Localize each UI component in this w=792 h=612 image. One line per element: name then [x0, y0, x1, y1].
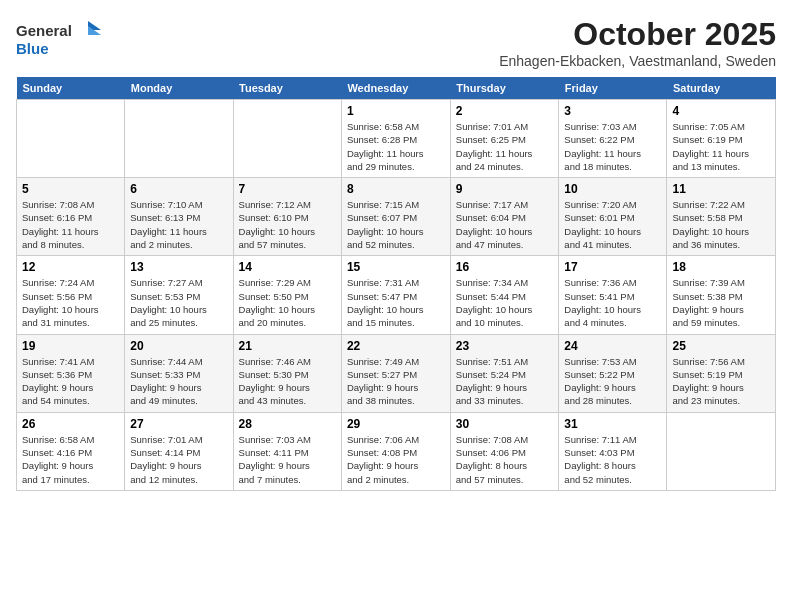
day-info: Sunrise: 7:08 AM Sunset: 6:16 PM Dayligh…	[22, 198, 119, 251]
calendar-cell: 26Sunrise: 6:58 AM Sunset: 4:16 PM Dayli…	[17, 412, 125, 490]
calendar-header-row: SundayMondayTuesdayWednesdayThursdayFrid…	[17, 77, 776, 100]
day-number: 26	[22, 417, 119, 431]
calendar-cell: 16Sunrise: 7:34 AM Sunset: 5:44 PM Dayli…	[450, 256, 559, 334]
calendar-cell: 13Sunrise: 7:27 AM Sunset: 5:53 PM Dayli…	[125, 256, 233, 334]
calendar-cell: 8Sunrise: 7:15 AM Sunset: 6:07 PM Daylig…	[341, 178, 450, 256]
day-number: 14	[239, 260, 336, 274]
day-number: 11	[672, 182, 770, 196]
day-info: Sunrise: 7:31 AM Sunset: 5:47 PM Dayligh…	[347, 276, 445, 329]
day-info: Sunrise: 7:03 AM Sunset: 4:11 PM Dayligh…	[239, 433, 336, 486]
day-info: Sunrise: 7:27 AM Sunset: 5:53 PM Dayligh…	[130, 276, 227, 329]
location-title: Enhagen-Ekbacken, Vaestmanland, Sweden	[499, 53, 776, 69]
day-number: 22	[347, 339, 445, 353]
day-number: 30	[456, 417, 554, 431]
day-number: 24	[564, 339, 661, 353]
day-info: Sunrise: 6:58 AM Sunset: 4:16 PM Dayligh…	[22, 433, 119, 486]
day-number: 20	[130, 339, 227, 353]
calendar-cell: 1Sunrise: 6:58 AM Sunset: 6:28 PM Daylig…	[341, 100, 450, 178]
calendar-cell: 3Sunrise: 7:03 AM Sunset: 6:22 PM Daylig…	[559, 100, 667, 178]
day-info: Sunrise: 7:01 AM Sunset: 6:25 PM Dayligh…	[456, 120, 554, 173]
day-number: 2	[456, 104, 554, 118]
day-number: 3	[564, 104, 661, 118]
column-header-friday: Friday	[559, 77, 667, 100]
calendar-cell: 23Sunrise: 7:51 AM Sunset: 5:24 PM Dayli…	[450, 334, 559, 412]
day-number: 28	[239, 417, 336, 431]
day-number: 16	[456, 260, 554, 274]
day-number: 29	[347, 417, 445, 431]
day-info: Sunrise: 7:20 AM Sunset: 6:01 PM Dayligh…	[564, 198, 661, 251]
day-number: 1	[347, 104, 445, 118]
day-number: 4	[672, 104, 770, 118]
calendar-cell: 12Sunrise: 7:24 AM Sunset: 5:56 PM Dayli…	[17, 256, 125, 334]
calendar-cell: 6Sunrise: 7:10 AM Sunset: 6:13 PM Daylig…	[125, 178, 233, 256]
column-header-monday: Monday	[125, 77, 233, 100]
title-block: October 2025 Enhagen-Ekbacken, Vaestmanl…	[499, 16, 776, 69]
calendar-table: SundayMondayTuesdayWednesdayThursdayFrid…	[16, 77, 776, 491]
day-number: 15	[347, 260, 445, 274]
day-number: 19	[22, 339, 119, 353]
day-number: 6	[130, 182, 227, 196]
calendar-cell: 21Sunrise: 7:46 AM Sunset: 5:30 PM Dayli…	[233, 334, 341, 412]
calendar-cell: 31Sunrise: 7:11 AM Sunset: 4:03 PM Dayli…	[559, 412, 667, 490]
calendar-week-4: 19Sunrise: 7:41 AM Sunset: 5:36 PM Dayli…	[17, 334, 776, 412]
day-info: Sunrise: 7:11 AM Sunset: 4:03 PM Dayligh…	[564, 433, 661, 486]
day-info: Sunrise: 7:53 AM Sunset: 5:22 PM Dayligh…	[564, 355, 661, 408]
calendar-cell: 30Sunrise: 7:08 AM Sunset: 4:06 PM Dayli…	[450, 412, 559, 490]
day-info: Sunrise: 6:58 AM Sunset: 6:28 PM Dayligh…	[347, 120, 445, 173]
svg-text:Blue: Blue	[16, 40, 49, 57]
day-info: Sunrise: 7:24 AM Sunset: 5:56 PM Dayligh…	[22, 276, 119, 329]
day-number: 27	[130, 417, 227, 431]
day-number: 9	[456, 182, 554, 196]
calendar-cell	[17, 100, 125, 178]
day-number: 25	[672, 339, 770, 353]
calendar-cell: 19Sunrise: 7:41 AM Sunset: 5:36 PM Dayli…	[17, 334, 125, 412]
month-title: October 2025	[499, 16, 776, 53]
calendar-cell	[667, 412, 776, 490]
day-number: 7	[239, 182, 336, 196]
calendar-cell: 25Sunrise: 7:56 AM Sunset: 5:19 PM Dayli…	[667, 334, 776, 412]
day-info: Sunrise: 7:08 AM Sunset: 4:06 PM Dayligh…	[456, 433, 554, 486]
calendar-cell: 2Sunrise: 7:01 AM Sunset: 6:25 PM Daylig…	[450, 100, 559, 178]
calendar-cell: 5Sunrise: 7:08 AM Sunset: 6:16 PM Daylig…	[17, 178, 125, 256]
day-info: Sunrise: 7:39 AM Sunset: 5:38 PM Dayligh…	[672, 276, 770, 329]
calendar-cell: 29Sunrise: 7:06 AM Sunset: 4:08 PM Dayli…	[341, 412, 450, 490]
calendar-cell: 20Sunrise: 7:44 AM Sunset: 5:33 PM Dayli…	[125, 334, 233, 412]
day-info: Sunrise: 7:46 AM Sunset: 5:30 PM Dayligh…	[239, 355, 336, 408]
day-info: Sunrise: 7:51 AM Sunset: 5:24 PM Dayligh…	[456, 355, 554, 408]
day-info: Sunrise: 7:01 AM Sunset: 4:14 PM Dayligh…	[130, 433, 227, 486]
day-info: Sunrise: 7:12 AM Sunset: 6:10 PM Dayligh…	[239, 198, 336, 251]
calendar-cell: 9Sunrise: 7:17 AM Sunset: 6:04 PM Daylig…	[450, 178, 559, 256]
calendar-cell: 28Sunrise: 7:03 AM Sunset: 4:11 PM Dayli…	[233, 412, 341, 490]
calendar-cell: 11Sunrise: 7:22 AM Sunset: 5:58 PM Dayli…	[667, 178, 776, 256]
calendar-cell	[233, 100, 341, 178]
calendar-week-2: 5Sunrise: 7:08 AM Sunset: 6:16 PM Daylig…	[17, 178, 776, 256]
logo-block: General Blue	[16, 16, 106, 65]
calendar-cell: 14Sunrise: 7:29 AM Sunset: 5:50 PM Dayli…	[233, 256, 341, 334]
calendar-week-3: 12Sunrise: 7:24 AM Sunset: 5:56 PM Dayli…	[17, 256, 776, 334]
column-header-wednesday: Wednesday	[341, 77, 450, 100]
calendar-cell: 10Sunrise: 7:20 AM Sunset: 6:01 PM Dayli…	[559, 178, 667, 256]
day-number: 23	[456, 339, 554, 353]
day-info: Sunrise: 7:29 AM Sunset: 5:50 PM Dayligh…	[239, 276, 336, 329]
column-header-thursday: Thursday	[450, 77, 559, 100]
calendar-cell	[125, 100, 233, 178]
calendar-cell: 7Sunrise: 7:12 AM Sunset: 6:10 PM Daylig…	[233, 178, 341, 256]
calendar-week-5: 26Sunrise: 6:58 AM Sunset: 4:16 PM Dayli…	[17, 412, 776, 490]
day-info: Sunrise: 7:17 AM Sunset: 6:04 PM Dayligh…	[456, 198, 554, 251]
svg-text:General: General	[16, 22, 72, 39]
day-info: Sunrise: 7:36 AM Sunset: 5:41 PM Dayligh…	[564, 276, 661, 329]
day-number: 5	[22, 182, 119, 196]
day-info: Sunrise: 7:06 AM Sunset: 4:08 PM Dayligh…	[347, 433, 445, 486]
calendar-cell: 27Sunrise: 7:01 AM Sunset: 4:14 PM Dayli…	[125, 412, 233, 490]
day-info: Sunrise: 7:22 AM Sunset: 5:58 PM Dayligh…	[672, 198, 770, 251]
calendar-cell: 17Sunrise: 7:36 AM Sunset: 5:41 PM Dayli…	[559, 256, 667, 334]
day-number: 18	[672, 260, 770, 274]
calendar-cell: 4Sunrise: 7:05 AM Sunset: 6:19 PM Daylig…	[667, 100, 776, 178]
day-number: 21	[239, 339, 336, 353]
day-number: 12	[22, 260, 119, 274]
day-number: 17	[564, 260, 661, 274]
day-info: Sunrise: 7:41 AM Sunset: 5:36 PM Dayligh…	[22, 355, 119, 408]
page-header: General Blue October 2025 Enhagen-Ekback…	[16, 16, 776, 69]
column-header-saturday: Saturday	[667, 77, 776, 100]
day-info: Sunrise: 7:34 AM Sunset: 5:44 PM Dayligh…	[456, 276, 554, 329]
